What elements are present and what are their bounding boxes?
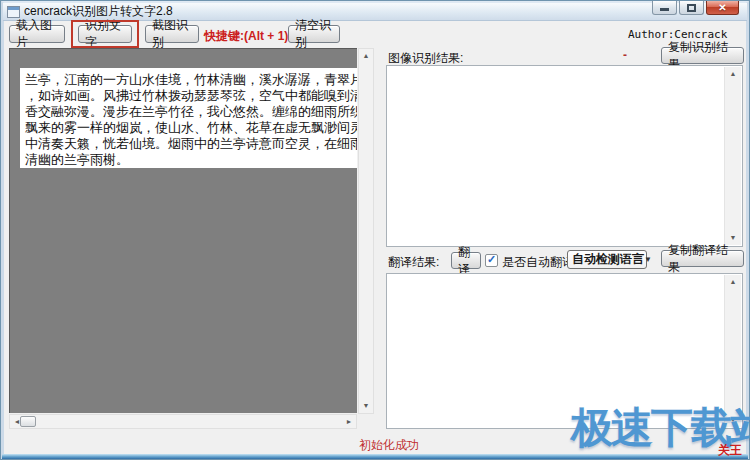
image-text-line: 中清奏天籁，恍若仙境。烟雨中的兰亭诗意而空灵，在细雨蒙蒙中: [25, 136, 357, 152]
window-bottom-border: [2, 454, 748, 459]
auto-translate-label: 是否自动翻译: [502, 254, 574, 271]
scroll-up-icon[interactable]: ▲: [359, 52, 373, 60]
image-text-line: 兰亭，江南的一方山水佳境，竹林清幽，溪水潺潺，青翠片片，落英: [25, 72, 357, 88]
load-image-button[interactable]: 载入图片: [9, 25, 65, 43]
screenshot-recognize-button[interactable]: 截图识别: [145, 25, 199, 43]
image-text-line: 飘来的雾一样的烟岚，使山水、竹林、花草在虚无飘渺间灵动，空: [25, 120, 357, 136]
scroll-down-icon[interactable]: ▼: [725, 416, 741, 424]
translate-result-textarea[interactable]: ▲ ▼: [386, 273, 743, 429]
translate-result-label: 翻译结果:: [388, 254, 439, 271]
scroll-down-icon[interactable]: ▼: [359, 402, 373, 410]
app-window: cencrack识别图片转文字2.8 ✕ 载入图片 识别文字 截图识别 快捷键:…: [0, 0, 750, 460]
ocr-result-textarea[interactable]: ▲ ▼: [386, 65, 743, 247]
recognize-text-button[interactable]: 识别文字: [78, 25, 132, 43]
close-icon: ✕: [718, 3, 726, 13]
clear-recognition-button[interactable]: 清空识别: [288, 25, 340, 43]
window-controls: ✕: [652, 1, 739, 15]
scroll-up-icon[interactable]: ▲: [725, 278, 741, 286]
close-button[interactable]: ✕: [706, 1, 739, 15]
copy-translate-result-button[interactable]: 复制翻译结果: [661, 250, 744, 267]
maximize-button[interactable]: [679, 1, 704, 15]
image-horizontal-scrollbar[interactable]: ◄ ►: [9, 414, 357, 429]
image-preview-panel: 兰亭，江南的一方山水佳境，竹林清幽，溪水潺潺，青翠片片，落英 ，如诗如画。风拂过…: [9, 48, 357, 413]
language-select[interactable]: 自动检测语言 ▼: [567, 250, 647, 269]
scroll-right-icon[interactable]: ►: [344, 415, 354, 428]
minimize-icon: [660, 8, 669, 11]
loaded-image-text: 兰亭，江南的一方山水佳境，竹林清幽，溪水潺潺，青翠片片，落英 ，如诗如画。风拂过…: [20, 68, 357, 168]
minimize-button[interactable]: [652, 1, 677, 15]
image-vertical-scrollbar[interactable]: ▲ ▼: [358, 48, 374, 414]
translate-button[interactable]: 翻译: [451, 252, 481, 269]
maximize-icon: [687, 4, 696, 12]
image-text-line: 清幽的兰亭雨榭。: [25, 152, 357, 168]
copy-ocr-result-button[interactable]: 复制识别结果: [661, 47, 744, 64]
ocr-result-scrollbar[interactable]: ▲ ▼: [724, 67, 741, 245]
image-text-line: ，如诗如画。风拂过竹林拨动瑟瑟琴弦，空气中都能嗅到清新湿润: [25, 88, 357, 104]
auto-translate-checkbox[interactable]: ✓: [485, 254, 498, 267]
scrollbar-thumb[interactable]: [20, 416, 36, 427]
chevron-down-icon: ▼: [644, 255, 652, 264]
dash-indicator: -: [623, 48, 627, 62]
language-select-value: 自动检测语言: [568, 251, 644, 268]
check-icon: ✓: [487, 254, 496, 265]
image-text-line: 香交融弥漫。漫步在兰亭竹径，我心悠然。缠绵的细雨所织起的轻: [25, 104, 357, 120]
scroll-up-icon[interactable]: ▲: [725, 70, 741, 78]
hotkey-label: 快捷键:(Alt + 1): [204, 28, 288, 45]
status-message: 初始化成功: [359, 437, 419, 454]
translate-result-scrollbar[interactable]: ▲ ▼: [724, 275, 741, 427]
app-icon: [7, 6, 20, 18]
